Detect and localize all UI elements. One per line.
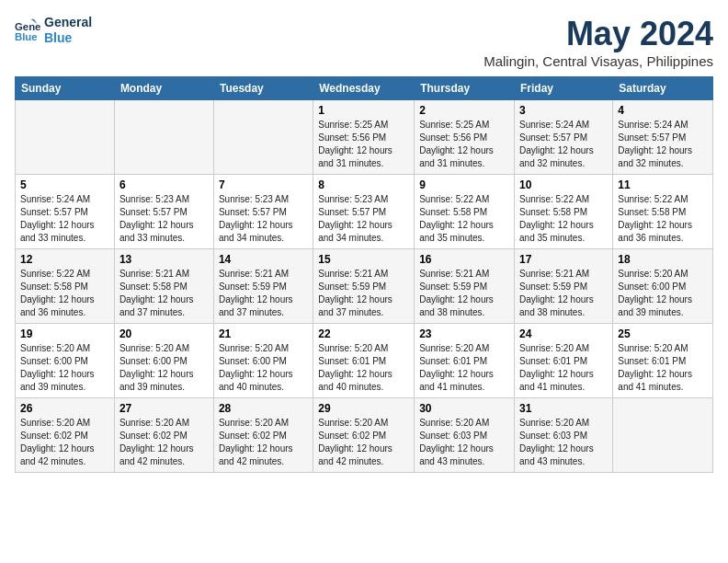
day-info: Sunrise: 5:20 AM Sunset: 6:00 PM Dayligh… xyxy=(20,342,109,394)
day-info: Sunrise: 5:23 AM Sunset: 5:57 PM Dayligh… xyxy=(119,193,209,245)
day-info: Sunrise: 5:20 AM Sunset: 6:02 PM Dayligh… xyxy=(20,417,109,468)
week-row-2: 5Sunrise: 5:24 AM Sunset: 5:57 PM Daylig… xyxy=(16,175,713,249)
day-cell xyxy=(213,100,313,175)
day-cell: 19Sunrise: 5:20 AM Sunset: 6:00 PM Dayli… xyxy=(16,324,115,398)
day-number: 3 xyxy=(519,104,608,117)
day-info: Sunrise: 5:20 AM Sunset: 6:00 PM Dayligh… xyxy=(219,342,308,394)
day-cell: 21Sunrise: 5:20 AM Sunset: 6:00 PM Dayli… xyxy=(213,324,313,398)
day-cell: 27Sunrise: 5:20 AM Sunset: 6:02 PM Dayli… xyxy=(114,398,213,473)
day-cell: 22Sunrise: 5:20 AM Sunset: 6:01 PM Dayli… xyxy=(313,324,415,398)
day-info: Sunrise: 5:25 AM Sunset: 5:56 PM Dayligh… xyxy=(419,119,509,170)
day-info: Sunrise: 5:23 AM Sunset: 5:57 PM Dayligh… xyxy=(318,193,409,245)
day-info: Sunrise: 5:21 AM Sunset: 5:58 PM Dayligh… xyxy=(119,268,209,319)
logo-icon: General Blue xyxy=(15,17,40,43)
main-title: May 2024 xyxy=(483,15,713,53)
calendar-header: SundayMondayTuesdayWednesdayThursdayFrid… xyxy=(16,77,713,100)
day-info: Sunrise: 5:22 AM Sunset: 5:58 PM Dayligh… xyxy=(519,193,608,245)
day-cell: 29Sunrise: 5:20 AM Sunset: 6:02 PM Dayli… xyxy=(313,398,415,473)
day-cell: 13Sunrise: 5:21 AM Sunset: 5:58 PM Dayli… xyxy=(114,249,213,324)
day-cell: 26Sunrise: 5:20 AM Sunset: 6:02 PM Dayli… xyxy=(16,398,115,473)
day-number: 12 xyxy=(20,253,109,266)
day-number: 23 xyxy=(419,327,509,340)
logo-line2: Blue xyxy=(44,30,92,46)
day-cell: 25Sunrise: 5:20 AM Sunset: 6:01 PM Dayli… xyxy=(613,324,713,398)
svg-text:Blue: Blue xyxy=(15,30,38,41)
day-cell: 6Sunrise: 5:23 AM Sunset: 5:57 PM Daylig… xyxy=(114,175,213,249)
day-number: 22 xyxy=(318,327,409,340)
day-info: Sunrise: 5:22 AM Sunset: 5:58 PM Dayligh… xyxy=(20,268,109,319)
day-number: 11 xyxy=(618,178,708,191)
day-info: Sunrise: 5:20 AM Sunset: 6:03 PM Dayligh… xyxy=(419,417,509,468)
day-info: Sunrise: 5:20 AM Sunset: 6:01 PM Dayligh… xyxy=(419,342,509,394)
day-info: Sunrise: 5:20 AM Sunset: 6:02 PM Dayligh… xyxy=(318,417,409,468)
day-number: 17 xyxy=(519,253,608,266)
day-number: 18 xyxy=(618,253,708,266)
day-number: 15 xyxy=(318,253,409,266)
day-info: Sunrise: 5:22 AM Sunset: 5:58 PM Dayligh… xyxy=(618,193,708,245)
day-number: 29 xyxy=(318,402,409,415)
day-cell: 17Sunrise: 5:21 AM Sunset: 5:59 PM Dayli… xyxy=(515,249,613,324)
title-area: May 2024 Malingin, Central Visayas, Phil… xyxy=(483,15,713,69)
header-cell-saturday: Saturday xyxy=(613,77,713,100)
day-cell: 28Sunrise: 5:20 AM Sunset: 6:02 PM Dayli… xyxy=(213,398,313,473)
day-info: Sunrise: 5:20 AM Sunset: 6:00 PM Dayligh… xyxy=(119,342,209,394)
day-info: Sunrise: 5:21 AM Sunset: 5:59 PM Dayligh… xyxy=(219,268,308,319)
day-cell: 3Sunrise: 5:24 AM Sunset: 5:57 PM Daylig… xyxy=(515,100,613,175)
header-row: SundayMondayTuesdayWednesdayThursdayFrid… xyxy=(16,77,713,100)
day-cell: 9Sunrise: 5:22 AM Sunset: 5:58 PM Daylig… xyxy=(415,175,515,249)
day-info: Sunrise: 5:23 AM Sunset: 5:57 PM Dayligh… xyxy=(219,193,308,245)
header-cell-thursday: Thursday xyxy=(415,77,515,100)
day-cell: 4Sunrise: 5:24 AM Sunset: 5:57 PM Daylig… xyxy=(613,100,713,175)
header-cell-wednesday: Wednesday xyxy=(313,77,415,100)
calendar-table: SundayMondayTuesdayWednesdayThursdayFrid… xyxy=(15,76,713,473)
day-info: Sunrise: 5:20 AM Sunset: 6:01 PM Dayligh… xyxy=(519,342,608,394)
day-cell: 1Sunrise: 5:25 AM Sunset: 5:56 PM Daylig… xyxy=(313,100,415,175)
logo: General Blue General Blue xyxy=(15,15,92,46)
week-row-1: 1Sunrise: 5:25 AM Sunset: 5:56 PM Daylig… xyxy=(16,100,713,175)
header-cell-sunday: Sunday xyxy=(16,77,115,100)
day-number: 7 xyxy=(219,178,308,191)
day-info: Sunrise: 5:21 AM Sunset: 5:59 PM Dayligh… xyxy=(419,268,509,319)
day-cell: 30Sunrise: 5:20 AM Sunset: 6:03 PM Dayli… xyxy=(415,398,515,473)
week-row-3: 12Sunrise: 5:22 AM Sunset: 5:58 PM Dayli… xyxy=(16,249,713,324)
day-info: Sunrise: 5:20 AM Sunset: 6:02 PM Dayligh… xyxy=(119,417,209,468)
day-number: 25 xyxy=(618,327,708,340)
day-number: 28 xyxy=(219,402,308,415)
day-info: Sunrise: 5:22 AM Sunset: 5:58 PM Dayligh… xyxy=(419,193,509,245)
day-number: 21 xyxy=(219,327,308,340)
calendar-body: 1Sunrise: 5:25 AM Sunset: 5:56 PM Daylig… xyxy=(16,100,713,473)
day-cell: 2Sunrise: 5:25 AM Sunset: 5:56 PM Daylig… xyxy=(415,100,515,175)
header-cell-monday: Monday xyxy=(114,77,213,100)
day-number: 6 xyxy=(119,178,209,191)
day-number: 27 xyxy=(119,402,209,415)
day-cell: 24Sunrise: 5:20 AM Sunset: 6:01 PM Dayli… xyxy=(515,324,613,398)
header: General Blue General Blue May 2024 Malin… xyxy=(15,15,713,69)
day-cell: 15Sunrise: 5:21 AM Sunset: 5:59 PM Dayli… xyxy=(313,249,415,324)
day-cell: 7Sunrise: 5:23 AM Sunset: 5:57 PM Daylig… xyxy=(213,175,313,249)
day-info: Sunrise: 5:21 AM Sunset: 5:59 PM Dayligh… xyxy=(318,268,409,319)
week-row-4: 19Sunrise: 5:20 AM Sunset: 6:00 PM Dayli… xyxy=(16,324,713,398)
day-number: 8 xyxy=(318,178,409,191)
day-number: 30 xyxy=(419,402,509,415)
day-info: Sunrise: 5:25 AM Sunset: 5:56 PM Dayligh… xyxy=(318,119,409,170)
day-info: Sunrise: 5:21 AM Sunset: 5:59 PM Dayligh… xyxy=(519,268,608,319)
day-number: 10 xyxy=(519,178,608,191)
day-cell: 11Sunrise: 5:22 AM Sunset: 5:58 PM Dayli… xyxy=(613,175,713,249)
day-cell: 23Sunrise: 5:20 AM Sunset: 6:01 PM Dayli… xyxy=(415,324,515,398)
header-cell-tuesday: Tuesday xyxy=(213,77,313,100)
day-info: Sunrise: 5:24 AM Sunset: 5:57 PM Dayligh… xyxy=(20,193,109,245)
day-number: 9 xyxy=(419,178,509,191)
day-number: 31 xyxy=(519,402,608,415)
day-number: 19 xyxy=(20,327,109,340)
day-number: 13 xyxy=(119,253,209,266)
day-number: 26 xyxy=(20,402,109,415)
week-row-5: 26Sunrise: 5:20 AM Sunset: 6:02 PM Dayli… xyxy=(16,398,713,473)
header-cell-friday: Friday xyxy=(515,77,613,100)
day-info: Sunrise: 5:24 AM Sunset: 5:57 PM Dayligh… xyxy=(618,119,708,170)
day-cell: 16Sunrise: 5:21 AM Sunset: 5:59 PM Dayli… xyxy=(415,249,515,324)
day-number: 2 xyxy=(419,104,509,117)
day-info: Sunrise: 5:20 AM Sunset: 6:03 PM Dayligh… xyxy=(519,417,608,468)
day-cell: 5Sunrise: 5:24 AM Sunset: 5:57 PM Daylig… xyxy=(16,175,115,249)
day-info: Sunrise: 5:20 AM Sunset: 6:01 PM Dayligh… xyxy=(618,342,708,394)
day-cell: 8Sunrise: 5:23 AM Sunset: 5:57 PM Daylig… xyxy=(313,175,415,249)
